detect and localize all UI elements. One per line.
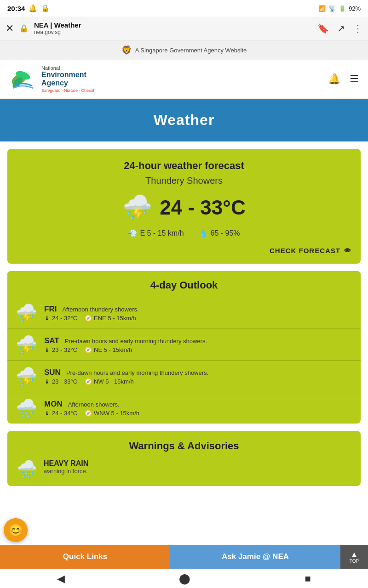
thermometer-icon: 🌡 xyxy=(44,410,50,417)
warning-type: HEAVY RAIN xyxy=(44,459,88,468)
wind-detail: 💨 E 5 - 15 km/h xyxy=(128,229,184,237)
sun-wind: 🧭 NW 5 - 15km/h xyxy=(85,378,134,385)
forecast-weather-type: Thundery Showers xyxy=(17,175,351,186)
close-tab-button[interactable]: ✕ xyxy=(6,23,14,34)
outlook-row-mon: 🌧️ MON Afternoon showers. 🌡 24 - 34°C 🧭 … xyxy=(7,392,361,424)
nea-name-line2: Environment xyxy=(41,71,96,79)
forecast-24h-title: 24-hour weather forecast xyxy=(17,160,351,172)
secure-lock-icon: 🔒 xyxy=(19,24,29,33)
battery-percent: 92% xyxy=(349,5,361,12)
signal-icon: 📡 xyxy=(328,5,336,12)
thermometer-icon: 🌡 xyxy=(44,378,50,385)
eye-icon: 👁 xyxy=(344,247,351,254)
fri-weather-icon: ⛈️ xyxy=(15,303,38,323)
thermometer-icon: 🌡 xyxy=(44,315,50,322)
mon-day-meta: 🌡 24 - 34°C 🧭 WNW 5 - 15km/h xyxy=(44,410,353,417)
page-url: nea.gov.sg xyxy=(34,29,312,35)
outlook-4day-card: 4-day Outlook ⛈️ FRI Afternoon thundery … xyxy=(7,271,361,424)
fri-temp: 🌡 24 - 32°C xyxy=(44,315,77,322)
browser-actions: 🔖 ↗ ⋮ xyxy=(317,23,362,34)
nea-logo-svg xyxy=(9,65,37,93)
sat-day-meta: 🌡 23 - 32°C 🧭 NE 5 - 15km/h xyxy=(44,346,353,353)
nea-name-line1: National xyxy=(41,65,96,71)
status-time: 20:34 xyxy=(7,5,25,12)
wind-compass-icon: 🧭 xyxy=(85,346,92,353)
fri-day-name: FRI xyxy=(44,305,57,314)
forecast-24h-card: 24-hour weather forecast Thundery Shower… xyxy=(7,149,361,264)
sun-day-name: SUN xyxy=(44,368,61,377)
nea-logo-text: National Environment Agency Safeguard · … xyxy=(41,65,96,93)
browser-bar: ✕ 🔒 NEA | Weather nea.gov.sg 🔖 ↗ ⋮ xyxy=(0,17,368,40)
humidity-detail: 💧 65 - 95% xyxy=(199,229,240,237)
mon-temp: 🌡 24 - 34°C xyxy=(44,410,77,417)
status-bar: 20:34 🔔 🔒 📶 📡 🔋 92% xyxy=(0,0,368,17)
fri-wind: 🧭 ENE 5 - 15km/h xyxy=(85,315,136,322)
mon-wind: 🧭 WNW 5 - 15km/h xyxy=(85,410,139,417)
sun-weather-icon: ⛈️ xyxy=(15,366,38,386)
nea-header-icons: 🔔 ☰ xyxy=(328,73,359,85)
wind-compass-icon: 🧭 xyxy=(85,410,92,417)
address-bar[interactable]: NEA | Weather nea.gov.sg xyxy=(34,21,312,35)
wifi-icon: 📶 xyxy=(318,5,326,12)
fri-day-desc: Afternoon thundery showers. xyxy=(62,306,138,313)
nea-tagline: Safeguard · Nurture · Cherish xyxy=(41,88,96,93)
sun-temp: 🌡 23 - 33°C xyxy=(44,378,77,385)
sat-wind: 🧭 NE 5 - 15km/h xyxy=(85,346,132,353)
weather-hero-title: Weather xyxy=(154,112,215,128)
fri-day-meta: 🌡 24 - 32°C 🧭 ENE 5 - 15km/h xyxy=(44,315,353,322)
mon-day-name: MON xyxy=(44,400,63,409)
alarm-icon: 🔔 xyxy=(29,4,37,12)
sun-day-info: SUN Pre-dawn hours and early morning thu… xyxy=(44,368,353,385)
outlook-row-sat: ⛈️ SAT Pre-dawn hours and early morning … xyxy=(7,328,361,360)
sat-day-name: SAT xyxy=(44,336,59,345)
bookmark-icon[interactable]: 🔖 xyxy=(317,23,329,34)
warning-text: HEAVY RAIN warning in force. xyxy=(44,459,88,475)
page-title: NEA | Weather xyxy=(34,21,312,29)
forecast-details: 💨 E 5 - 15 km/h 💧 65 - 95% xyxy=(17,229,351,237)
sun-day-desc: Pre-dawn hours and early morning thunder… xyxy=(66,369,208,376)
thermometer-icon: 🌡 xyxy=(44,346,50,353)
sat-weather-icon: ⛈️ xyxy=(15,334,38,355)
mon-day-info: MON Afternoon showers. 🌡 24 - 34°C 🧭 WNW… xyxy=(44,400,353,417)
wind-compass-icon: 🧭 xyxy=(85,378,92,385)
more-options-icon[interactable]: ⋮ xyxy=(353,23,362,34)
wind-compass-icon: 🧭 xyxy=(85,315,92,322)
forecast-temp: 24 - 33°C xyxy=(160,196,245,219)
share-icon[interactable]: ↗ xyxy=(337,23,345,34)
mon-day-desc: Afternoon showers. xyxy=(68,401,120,408)
warning-subtitle: warning in force. xyxy=(44,468,88,475)
notification-bell-icon[interactable]: 🔔 xyxy=(328,73,340,85)
gov-banner-text: A Singapore Government Agency Website xyxy=(135,47,247,54)
mon-weather-icon: 🌧️ xyxy=(15,398,38,418)
nea-name-line3: Agency xyxy=(41,79,96,87)
lion-icon: 🦁 xyxy=(121,45,132,55)
chatbot-bubble[interactable]: 😊 xyxy=(4,518,28,539)
wind-value: E 5 - 15 km/h xyxy=(140,229,184,237)
weather-hero: Weather xyxy=(0,99,368,141)
humidity-value: 65 - 95% xyxy=(211,229,240,237)
check-forecast-label: CHECK FORECAST xyxy=(270,247,340,254)
outlook-title: 4-day Outlook xyxy=(7,271,361,297)
warnings-title: Warnings & Advisories xyxy=(17,440,351,452)
warning-item-heavy-rain: 🌧️ HEAVY RAIN warning in force. xyxy=(17,459,351,479)
check-forecast-button[interactable]: CHECK FORECAST 👁 xyxy=(17,247,351,254)
sat-day-desc: Pre-dawn hours and early morning thunder… xyxy=(65,338,207,345)
sun-day-meta: 🌡 23 - 33°C 🧭 NW 5 - 15km/h xyxy=(44,378,353,385)
wind-icon: 💨 xyxy=(128,229,137,237)
humidity-icon: 💧 xyxy=(199,229,208,237)
warnings-card: Warnings & Advisories 🌧️ HEAVY RAIN warn… xyxy=(7,431,361,486)
hamburger-menu-icon[interactable]: ☰ xyxy=(350,73,359,85)
outlook-row-sun: ⛈️ SUN Pre-dawn hours and early morning … xyxy=(7,360,361,392)
nea-header: National Environment Agency Safeguard · … xyxy=(0,60,368,99)
thundery-showers-icon: ⛈️ xyxy=(122,193,152,221)
sat-day-info: SAT Pre-dawn hours and early morning thu… xyxy=(44,336,353,353)
gov-banner: 🦁 A Singapore Government Agency Website xyxy=(0,40,368,60)
outlook-row-fri: ⛈️ FRI Afternoon thundery showers. 🌡 24 … xyxy=(7,297,361,328)
lock-icon: 🔒 xyxy=(41,4,50,12)
fri-day-info: FRI Afternoon thundery showers. 🌡 24 - 3… xyxy=(44,305,353,322)
nea-logo[interactable]: National Environment Agency Safeguard · … xyxy=(9,65,96,93)
battery-icon: 🔋 xyxy=(339,5,346,12)
heavy-rain-icon: 🌧️ xyxy=(17,459,37,479)
sat-temp: 🌡 23 - 32°C xyxy=(44,346,77,353)
forecast-temp-row: ⛈️ 24 - 33°C xyxy=(17,193,351,221)
